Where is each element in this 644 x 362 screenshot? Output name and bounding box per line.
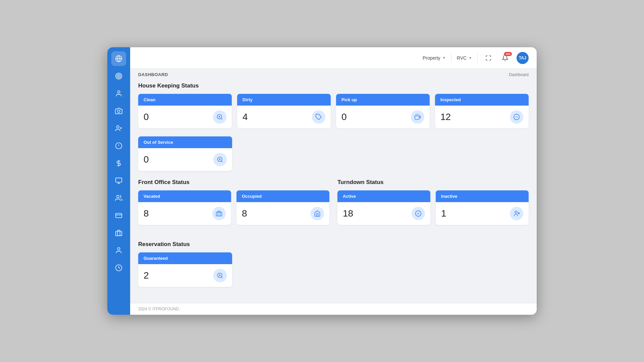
clean-card-header: Clean [138, 94, 232, 106]
fo-cards: Vacated 8 Occupied 8 [138, 190, 329, 225]
inactive-icon [510, 207, 523, 220]
property-dropdown[interactable]: Property ▼ [423, 55, 446, 61]
svg-point-17 [117, 195, 119, 198]
inspected-value: 12 [440, 112, 451, 122]
svg-point-39 [515, 211, 517, 214]
housekeeping-section: House Keeping Status Clean 0 [138, 82, 529, 171]
turndown-title: Turndown Status [337, 179, 529, 186]
reservation-title: Reservation Status [138, 241, 529, 248]
breadcrumb-bar: DASHBOARD Dashboard [130, 69, 537, 77]
vacated-value: 8 [144, 208, 149, 219]
sidebar-item-clock[interactable] [111, 260, 126, 275]
oos-row: Out of Service 0 [138, 136, 529, 171]
pickup-card-header: Pick up [336, 94, 430, 106]
inspected-card-header: Inspected [435, 94, 529, 106]
pickup-value: 0 [341, 112, 347, 122]
inactive-card-body: 1 [436, 202, 529, 225]
notification-badge: 193 [504, 52, 512, 56]
svg-point-7 [117, 126, 119, 128]
header: Property ▼ RVC ▼ 193 TAJ [130, 47, 537, 69]
sidebar-item-adduser[interactable] [111, 121, 126, 136]
svg-line-24 [221, 118, 222, 120]
property-chevron: ▼ [442, 56, 446, 60]
sidebar-item-target[interactable] [111, 69, 126, 83]
out-of-service-card[interactable]: Out of Service 0 [138, 136, 232, 171]
active-value: 18 [343, 208, 353, 219]
breadcrumb-path: Dashboard [509, 72, 529, 77]
oos-icon [213, 153, 227, 166]
header-divider-1 [451, 53, 451, 63]
inspected-icon [510, 110, 523, 124]
reservation-section: Reservation Status Guaranteed 2 [138, 241, 529, 287]
sidebar-item-dollar[interactable] [111, 156, 126, 171]
rvc-chevron: ▼ [469, 56, 472, 60]
guaranteed-card[interactable]: Guaranteed 2 [138, 252, 232, 287]
content-area: House Keeping Status Clean 0 [130, 77, 537, 303]
svg-rect-20 [116, 231, 122, 236]
vacated-card-body: 8 [138, 202, 231, 225]
clean-card[interactable]: Clean 0 [138, 94, 232, 128]
dirty-card[interactable]: Dirty 4 [237, 94, 331, 128]
pickup-card[interactable]: Pick up 0 [336, 94, 430, 128]
notification-button[interactable]: 193 [499, 52, 511, 64]
occupied-value: 8 [242, 208, 247, 219]
active-card-body: 18 [337, 202, 430, 225]
inactive-card-header: Inactive [436, 190, 529, 202]
svg-rect-14 [116, 178, 122, 182]
guaranteed-card-body: 2 [138, 264, 232, 287]
occupied-icon [311, 207, 324, 220]
fo-title: Front Office Status [138, 179, 329, 186]
occupied-card[interactable]: Occupied 8 [236, 190, 329, 225]
rvc-dropdown[interactable]: RVC ▼ [457, 55, 472, 61]
svg-line-34 [221, 161, 223, 162]
svg-point-21 [117, 248, 120, 250]
sidebar-item-people[interactable] [111, 191, 126, 205]
sidebar-item-briefcase[interactable] [111, 226, 126, 240]
housekeeping-cards: Clean 0 Dirty 4 [138, 94, 529, 128]
svg-point-4 [118, 75, 119, 77]
property-label: Property [423, 55, 440, 61]
guaranteed-icon [213, 269, 227, 282]
reservation-cards: Guaranteed 2 [138, 252, 529, 287]
sidebar-item-person[interactable] [111, 243, 126, 258]
inspected-card[interactable]: Inspected 12 [435, 94, 529, 128]
clean-card-body: 0 [138, 106, 232, 128]
footer-text: 2024 © ITPROFOUND. [138, 307, 180, 311]
rvc-label: RVC [457, 55, 467, 61]
svg-rect-18 [116, 214, 122, 218]
housekeeping-title: House Keeping Status [138, 82, 529, 89]
pickup-icon [411, 110, 424, 124]
dirty-value: 4 [243, 112, 248, 122]
inactive-card[interactable]: Inactive 1 [436, 190, 529, 225]
sidebar-item-camera[interactable] [111, 104, 126, 118]
guaranteed-value: 2 [144, 270, 149, 281]
dirty-card-header: Dirty [237, 94, 331, 106]
dirty-card-body: 4 [237, 106, 331, 128]
front-office-section: Front Office Status Vacated 8 [138, 179, 329, 233]
footer: 2024 © ITPROFOUND. [130, 303, 537, 315]
oos-card-header: Out of Service [138, 136, 232, 148]
sidebar [107, 47, 130, 315]
inactive-value: 1 [441, 208, 446, 219]
clean-value: 0 [144, 112, 149, 122]
pickup-card-body: 0 [336, 106, 430, 128]
clean-icon [213, 110, 226, 124]
sidebar-item-globe[interactable] [111, 51, 126, 66]
sidebar-item-monitor[interactable] [111, 173, 126, 188]
dirty-icon [312, 110, 325, 124]
reservation-spacer [237, 252, 529, 287]
avatar[interactable]: TAJ [517, 52, 529, 64]
fullscreen-button[interactable] [483, 53, 494, 63]
sidebar-item-circle[interactable] [111, 138, 126, 153]
sidebar-item-user[interactable] [111, 86, 126, 101]
vacated-card[interactable]: Vacated 8 [138, 190, 231, 225]
active-card[interactable]: Active 18 [337, 190, 430, 225]
svg-point-6 [117, 110, 120, 112]
page-title: DASHBOARD [138, 72, 168, 77]
header-divider-2 [477, 53, 478, 63]
turndown-cards: Active 18 Inactive 1 [337, 190, 529, 225]
inspected-card-body: 12 [435, 106, 529, 128]
oos-spacer [237, 136, 529, 171]
active-card-header: Active [337, 190, 430, 202]
sidebar-item-id[interactable] [111, 208, 126, 223]
